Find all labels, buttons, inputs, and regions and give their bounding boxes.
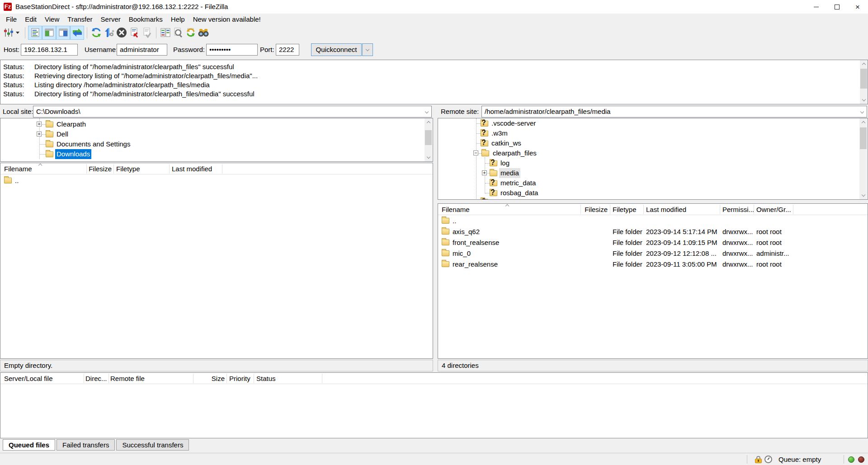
local-file-row-parent[interactable]: .. [0,175,433,186]
site-manager-icon[interactable] [2,26,15,39]
menu-transfer[interactable]: Transfer [63,14,96,25]
column-header-priority[interactable]: Priority [229,373,250,384]
port-input[interactable]: 2222 [276,44,299,56]
remote-tree-item-metric-data[interactable]: ? metric_data [438,178,856,188]
column-header-filesize[interactable]: Filesize [580,204,608,215]
remote-file-row-parent[interactable]: .. [438,216,868,226]
scrollbar-thumb[interactable] [425,130,432,145]
column-divider[interactable] [113,164,114,174]
remote-tree-item-catkin-ws[interactable]: ? catkin_ws [438,138,856,148]
tree-item-label[interactable]: rosbag_data [499,188,539,198]
column-header-filename[interactable]: Filename [4,163,32,174]
reconnect-icon[interactable] [141,26,153,39]
filename-cell[interactable]: .. [453,216,456,226]
disconnect-icon[interactable] [128,26,141,39]
tree-item-label[interactable]: .vscode-server [490,118,537,128]
tree-item-label-selected[interactable]: Downloads [55,149,91,159]
toggle-transfer-queue-icon[interactable] [70,26,84,40]
column-divider[interactable] [793,205,793,214]
close-button[interactable]: × [847,0,868,14]
site-manager-dropdown-icon[interactable] [16,32,19,34]
tree-item-label[interactable]: clearpath_files [491,148,538,158]
chevron-down-icon[interactable] [860,110,864,113]
quickconnect-button[interactable]: Quickconnect [311,43,362,56]
username-input[interactable]: administrator [117,44,167,56]
local-tree-scrollbar[interactable] [425,118,432,161]
maximize-button[interactable] [826,0,847,14]
find-files-icon[interactable] [197,26,210,39]
column-header-filesize[interactable]: Filesize [86,163,112,174]
remote-file-row-front-realsense[interactable]: front_realsense File folder 2023-09-14 1… [438,237,868,248]
column-header-size[interactable]: Size [195,373,225,384]
column-header-filetype[interactable]: Filetype [613,204,637,215]
process-queue-icon[interactable] [103,26,115,39]
menu-edit[interactable]: Edit [21,14,41,25]
tree-item-label[interactable]: catkin_ws [490,138,523,148]
column-header-direction[interactable]: Direc... [85,373,107,384]
remote-file-row-axis-q62[interactable]: axis_q62 File folder 2023-09-14 5:17:14 … [438,226,868,237]
menu-help[interactable]: Help [167,14,189,25]
remote-tree-item-media[interactable]: + media [438,168,856,178]
column-divider[interactable] [610,205,610,214]
filename-filters-icon[interactable] [172,26,184,39]
column-divider[interactable] [254,374,254,383]
column-header-last-modified[interactable]: Last modified [172,163,212,174]
column-header-owner-group[interactable]: Owner/Gr... [756,204,791,215]
column-divider[interactable] [169,164,170,174]
column-header-permissions[interactable]: Permissi... [722,204,754,215]
log-scrollbar[interactable] [860,60,868,104]
filename-cell[interactable]: front_realsense [453,237,499,248]
remote-tree-item-log[interactable]: ? log [438,158,856,168]
remote-tree-scrollbar[interactable] [859,118,867,199]
remote-tree-item-w3m[interactable]: ? .w3m [438,128,856,138]
column-header-server-local-file[interactable]: Server/Local file [4,373,53,384]
local-tree-item-downloads[interactable]: Downloads [0,149,421,159]
lock-icon[interactable] [755,456,762,463]
menu-bookmarks[interactable]: Bookmarks [125,14,167,25]
tree-item-label[interactable]: metric_data [499,178,537,188]
column-header-filetype[interactable]: Filetype [116,163,140,174]
column-divider[interactable] [193,374,193,383]
local-tree-item-dell[interactable]: + Dell [0,129,421,139]
remote-site-combo[interactable]: /home/administrator/clearpath_files/medi… [481,106,867,117]
minimize-button[interactable] [806,0,826,14]
column-divider[interactable] [754,205,754,214]
expand-icon[interactable]: + [37,122,42,127]
cancel-icon[interactable] [115,26,128,39]
column-header-remote-file[interactable]: Remote file [110,373,145,384]
synchronized-browsing-icon[interactable] [184,26,197,39]
filename-cell[interactable]: axis_q62 [453,226,480,237]
quickconnect-dropdown-button[interactable] [362,43,373,56]
column-header-filename[interactable]: Filename [442,204,470,215]
refresh-icon[interactable] [90,26,103,39]
filename-cell[interactable]: .. [15,175,19,186]
scroll-down-icon[interactable] [860,96,868,104]
toggle-local-tree-icon[interactable] [42,26,56,40]
local-tree-item-documents-and-settings[interactable]: Documents and Settings [0,139,421,149]
scrollbar-thumb[interactable] [860,127,867,149]
column-header-last-modified[interactable]: Last modified [646,204,686,215]
scrollbar-thumb[interactable] [860,69,867,89]
local-tree-item-clearpath[interactable]: + Clearpath [0,119,421,129]
directory-comparison-icon[interactable] [159,26,172,39]
column-header-status[interactable]: Status [256,373,276,384]
scroll-up-icon[interactable] [860,60,868,68]
speed-limits-icon[interactable] [764,456,772,463]
scroll-down-icon[interactable] [425,154,432,161]
remote-file-row-rear-realsense[interactable]: rear_realsense File folder 2023-09-11 3:… [438,259,868,270]
menu-view[interactable]: View [41,14,63,25]
menu-new-version[interactable]: New version available! [189,14,265,25]
scroll-up-icon[interactable] [859,118,867,126]
column-divider[interactable] [322,374,322,383]
column-divider[interactable] [720,205,720,214]
tree-item-label[interactable]: .w3m [490,128,509,138]
tree-item-label[interactable]: Clearpath [55,119,87,129]
tree-item-label[interactable]: Documents and Settings [55,139,132,149]
filename-cell[interactable]: rear_realsense [453,259,498,270]
column-divider[interactable] [222,164,222,174]
tab-successful-transfers[interactable]: Successful transfers [116,439,189,451]
column-divider[interactable] [108,374,109,383]
password-input[interactable]: ••••••••• [206,44,258,56]
tab-queued-files[interactable]: Queued files [3,439,55,451]
toggle-message-log-icon[interactable] [28,26,42,40]
